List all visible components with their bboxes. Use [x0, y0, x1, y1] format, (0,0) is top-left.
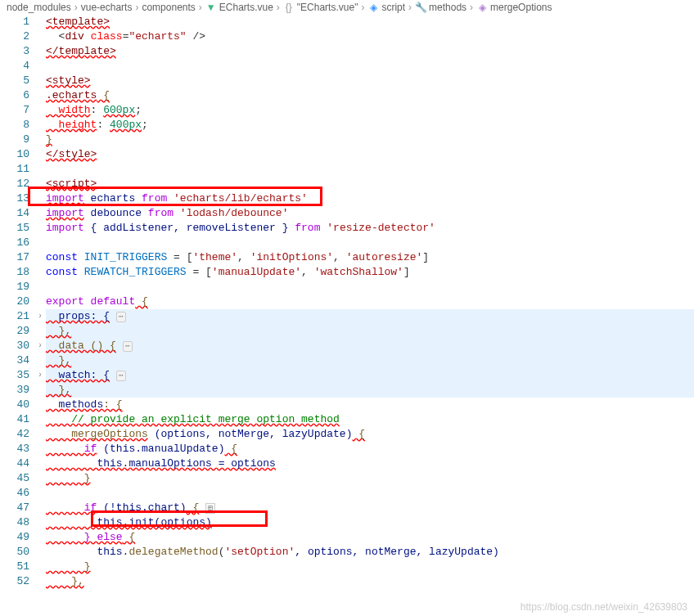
breadcrumb-item[interactable]: {}"ECharts.vue": [283, 2, 358, 13]
vue-file-icon: ▼: [205, 2, 217, 13]
breadcrumb: node_modules › vue-echarts › components …: [0, 0, 694, 15]
fold-ellipsis[interactable]: ⋯: [116, 312, 126, 322]
watermark: https://blog.csdn.net/weixin_42639803: [520, 601, 687, 613]
cube-icon: ◈: [476, 2, 488, 13]
fold-column: › › ›: [34, 15, 46, 589]
wrench-icon: 🔧: [415, 2, 426, 13]
chevron-right-icon: ›: [470, 2, 473, 13]
reference-indicator[interactable]: ⊞: [205, 503, 215, 514]
code-content[interactable]: <template> <div class="echarts" /> </tem…: [46, 15, 694, 589]
chevron-right-icon: ›: [199, 2, 202, 13]
fold-ellipsis[interactable]: ⋯: [116, 371, 126, 381]
fold-toggle[interactable]: ›: [34, 339, 46, 353]
braces-icon: {}: [283, 2, 295, 13]
fold-toggle[interactable]: ›: [34, 368, 46, 383]
cube-icon: ◈: [367, 2, 379, 13]
chevron-right-icon: ›: [135, 2, 138, 13]
breadcrumb-item[interactable]: 🔧methods: [415, 2, 466, 13]
breadcrumb-item[interactable]: ◈script: [367, 2, 405, 13]
line-number-gutter: 1 2 3 4 5 6 7 8 9 10 11 12 13 14 15 16 1…: [0, 15, 34, 589]
breadcrumb-item[interactable]: ◈mergeOptions: [476, 2, 552, 13]
breadcrumb-item[interactable]: components: [142, 2, 195, 13]
fold-ellipsis[interactable]: ⋯: [123, 341, 133, 352]
chevron-right-icon: ›: [277, 2, 280, 13]
chevron-right-icon: ›: [408, 2, 412, 13]
chevron-right-icon: ›: [361, 2, 364, 13]
fold-toggle[interactable]: ›: [34, 309, 46, 324]
breadcrumb-item[interactable]: vue-echarts: [81, 2, 133, 13]
code-editor[interactable]: 1 2 3 4 5 6 7 8 9 10 11 12 13 14 15 16 1…: [0, 15, 694, 589]
breadcrumb-item[interactable]: ▼ECharts.vue: [205, 2, 273, 13]
breadcrumb-item[interactable]: node_modules: [7, 2, 71, 13]
chevron-right-icon: ›: [74, 2, 78, 13]
